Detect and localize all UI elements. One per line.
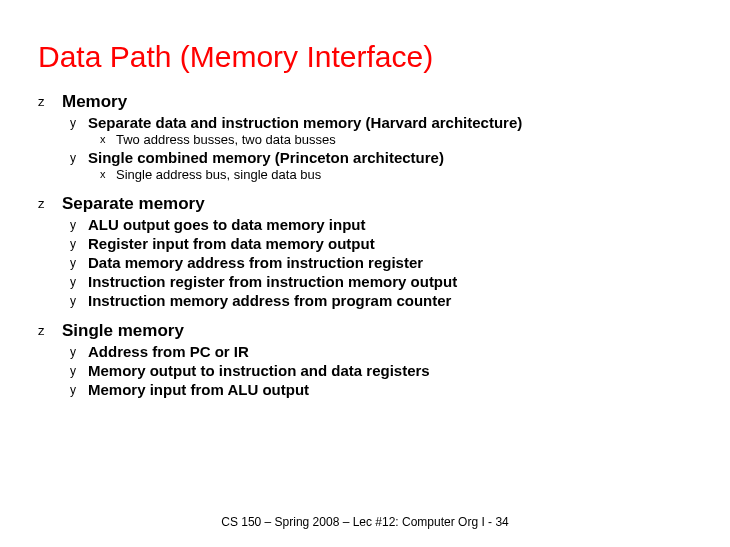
list-item: Instruction register from instruction me…: [38, 273, 692, 290]
list-item: ALU output goes to data memory input: [38, 216, 692, 233]
list-item: Register input from data memory output: [38, 235, 692, 252]
list-item: Address from PC or IR: [38, 343, 692, 360]
bullet-harvard-detail: Two address busses, two data busses: [38, 132, 692, 147]
list-item: Memory output to instruction and data re…: [38, 362, 692, 379]
list-item: Memory input from ALU output: [38, 381, 692, 398]
list-item: Instruction memory address from program …: [38, 292, 692, 309]
bullet-harvard: Separate data and instruction memory (Ha…: [38, 114, 692, 131]
bullet-separate-memory: Separate memory: [38, 194, 692, 214]
slide-title: Data Path (Memory Interface): [38, 40, 692, 74]
bullet-princeton-detail: Single address bus, single data bus: [38, 167, 692, 182]
slide-footer: CS 150 – Spring 2008 – Lec #12: Computer…: [0, 515, 730, 529]
list-item: Data memory address from instruction reg…: [38, 254, 692, 271]
bullet-memory: Memory: [38, 92, 692, 112]
bullet-princeton: Single combined memory (Princeton archit…: [38, 149, 692, 166]
slide: Data Path (Memory Interface) Memory Sepa…: [0, 0, 730, 398]
bullet-single-memory: Single memory: [38, 321, 692, 341]
